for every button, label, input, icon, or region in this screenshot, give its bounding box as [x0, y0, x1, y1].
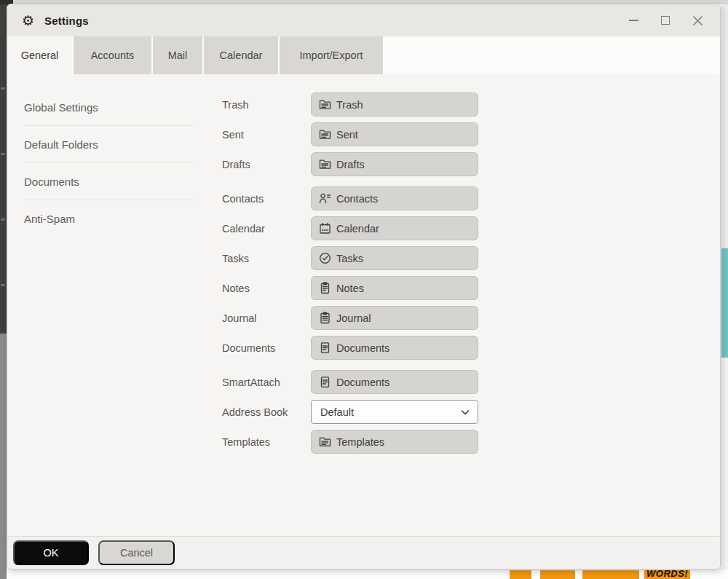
row-label: Trash [222, 99, 311, 111]
banner-text: WORDS! [644, 570, 690, 579]
notes-folder-button[interactable]: Notes [311, 276, 478, 300]
row-label: Sent [222, 129, 311, 141]
tab-mail[interactable]: Mail [153, 36, 202, 74]
button-label: Documents [336, 342, 389, 354]
row-trash: Trash Trash [222, 92, 478, 117]
background-left-glyph [1, 87, 5, 90]
contacts-folder-button[interactable]: Contacts [311, 186, 478, 210]
tab-general[interactable]: General [7, 36, 72, 74]
mail-folder-icon [319, 436, 331, 448]
button-label: Sent [336, 129, 358, 141]
mail-folder-icon [319, 158, 331, 170]
mail-folder-icon [319, 98, 331, 111]
calendar-icon [319, 222, 331, 235]
smartattach-folder-button[interactable]: Documents [311, 370, 478, 394]
row-calendar: Calendar Calendar [222, 216, 478, 240]
tab-accounts[interactable]: Accounts [74, 36, 151, 74]
row-label: Contacts [222, 193, 311, 205]
row-journal: Journal Journal [222, 306, 478, 330]
background-left-panel-lower [0, 334, 7, 579]
row-label: Templates [222, 436, 311, 448]
default-folders-form: Trash Trash Sent Sent Drafts [222, 92, 478, 460]
dialog-footer: OK Cancel [7, 536, 720, 569]
row-label: Tasks [222, 253, 311, 264]
cancel-button[interactable]: Cancel [98, 540, 175, 565]
tab-bar: General Accounts Mail Calendar Import/Ex… [7, 36, 720, 74]
row-templates: Templates Templates [222, 430, 478, 454]
row-label: Address Book [222, 406, 311, 418]
row-label: SmartAttach [222, 377, 311, 388]
settings-dialog: ⚙ Settings General Accounts Mail Calenda… [7, 4, 721, 570]
background-teal-strip [721, 248, 728, 358]
background-left-glyph [1, 153, 5, 155]
button-label: Journal [336, 312, 371, 324]
settings-sidebar: Global Settings Default Folders Document… [24, 89, 193, 237]
row-label: Drafts [222, 159, 311, 170]
ok-button[interactable]: OK [13, 540, 89, 565]
maximize-button[interactable] [659, 14, 672, 27]
background-right-strip [721, 4, 728, 248]
banner-block [582, 570, 639, 579]
tasks-icon [319, 252, 331, 264]
button-label: Tasks [336, 253, 363, 264]
sidebar-item-anti-spam[interactable]: Anti-Spam [24, 200, 193, 237]
row-address-book: Address Book Default [222, 400, 478, 424]
sent-folder-button[interactable]: Sent [311, 122, 478, 146]
button-label: Calendar [336, 223, 379, 235]
journal-icon [319, 312, 331, 324]
background-left-glyph [1, 284, 5, 286]
row-tasks: Tasks Tasks [222, 246, 478, 270]
sidebar-item-default-folders[interactable]: Default Folders [24, 126, 193, 163]
notes-icon [319, 282, 331, 294]
button-label: Documents [336, 377, 389, 388]
window-title: Settings [44, 15, 89, 27]
background-left-glyph [1, 218, 5, 221]
maximize-icon [661, 16, 670, 25]
row-notes: Notes Notes [222, 276, 478, 300]
gear-icon: ⚙ [22, 14, 34, 28]
documents-folder-button[interactable]: Documents [311, 336, 478, 360]
row-label: Journal [222, 312, 311, 324]
row-smartattach: SmartAttach Documents [222, 370, 478, 394]
close-button[interactable] [691, 14, 704, 27]
row-sent: Sent Sent [222, 122, 478, 146]
button-label: Notes [336, 283, 364, 294]
calendar-folder-button[interactable]: Calendar [311, 216, 478, 240]
row-contacts: Contacts Contacts [222, 186, 478, 210]
window-controls [627, 14, 705, 27]
button-label: Drafts [336, 159, 365, 170]
row-label: Notes [222, 283, 311, 294]
sidebar-item-global-settings[interactable]: Global Settings [24, 89, 193, 126]
button-label: Trash [336, 99, 363, 111]
row-drafts: Drafts Drafts [222, 152, 478, 176]
banner-block [540, 570, 575, 579]
minimize-button[interactable] [627, 14, 640, 27]
templates-folder-button[interactable]: Templates [311, 430, 478, 454]
document-icon [319, 376, 331, 388]
address-book-select[interactable]: Default [311, 400, 478, 424]
button-label: Contacts [336, 193, 378, 205]
close-icon [692, 15, 703, 26]
contacts-icon [319, 192, 331, 205]
row-label: Calendar [222, 223, 311, 235]
tab-calendar[interactable]: Calendar [204, 36, 278, 74]
select-value: Default [320, 406, 354, 418]
chevron-down-icon [460, 407, 470, 417]
background-right-strip-lower [721, 358, 728, 579]
minimize-icon [629, 20, 638, 21]
titlebar[interactable]: ⚙ Settings [7, 4, 720, 36]
trash-folder-button[interactable]: Trash [311, 92, 478, 117]
sidebar-item-documents[interactable]: Documents [24, 163, 193, 200]
document-icon [319, 342, 331, 354]
tasks-folder-button[interactable]: Tasks [311, 246, 478, 270]
mail-folder-icon [319, 128, 331, 141]
banner-block [510, 570, 531, 579]
button-label: Templates [336, 436, 384, 448]
drafts-folder-button[interactable]: Drafts [311, 152, 478, 176]
tab-import-export[interactable]: Import/Export [280, 36, 383, 74]
journal-folder-button[interactable]: Journal [311, 306, 478, 330]
row-documents: Documents Documents [222, 336, 478, 360]
row-label: Documents [222, 342, 311, 354]
background-ad-banner: WORDS! [502, 570, 706, 579]
